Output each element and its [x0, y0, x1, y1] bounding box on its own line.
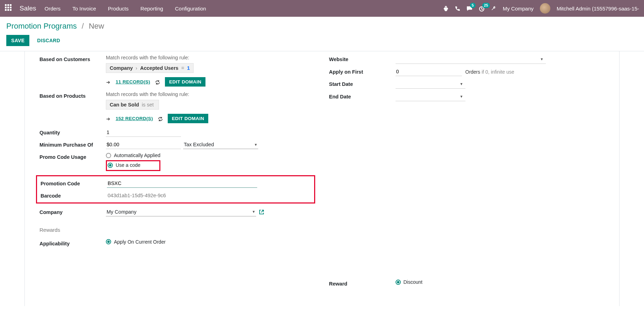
company-selector[interactable]: My Company: [503, 6, 534, 12]
customers-desc: Match records with the following rule:: [106, 55, 315, 60]
label-reward: Reward: [329, 279, 396, 287]
refresh-icon[interactable]: [155, 79, 160, 84]
arrow-right-icon: [106, 116, 111, 121]
chat-badge: 5: [470, 3, 476, 8]
radio-apply-current-order[interactable]: Apply On Current Order: [106, 239, 166, 245]
rewards-title: Rewards: [39, 227, 315, 233]
min-purchase-input[interactable]: [106, 140, 181, 149]
radio-auto-applied[interactable]: Automatically Applied: [106, 153, 160, 158]
label-based-on-customers: Based on Customers: [39, 55, 106, 62]
breadcrumb-parent[interactable]: Promotion Programs: [6, 22, 77, 31]
chevron-down-icon: ▼: [254, 143, 258, 147]
customers-rule-chip: Company › Accepted Users = 1: [106, 63, 194, 73]
nav-configuration[interactable]: Configuration: [175, 6, 206, 12]
wrench-icon[interactable]: [491, 6, 497, 11]
label-barcode: Barcode: [41, 191, 107, 199]
barcode-input[interactable]: [107, 191, 257, 200]
end-date-input[interactable]: ▼: [396, 92, 465, 101]
label-quantity: Quantity: [39, 128, 106, 135]
label-start-date: Start Date: [329, 80, 396, 87]
label-based-on-products: Based on Products: [39, 91, 106, 99]
nav-reporting[interactable]: Reporting: [140, 6, 163, 12]
tax-select[interactable]: Tax Excluded ▼: [183, 140, 258, 149]
phone-icon[interactable]: [455, 6, 460, 11]
label-apply-first: Apply on First: [329, 67, 396, 75]
chevron-down-icon: ▼: [252, 210, 255, 214]
breadcrumb: Promotion Programs / New: [0, 17, 644, 31]
label-website: Website: [329, 55, 396, 62]
customers-records-link[interactable]: 11 RECORD(S): [116, 79, 150, 84]
products-desc: Match records with the following rule:: [106, 91, 315, 97]
timer-icon[interactable]: 25: [479, 6, 485, 12]
timer-badge: 25: [482, 3, 490, 8]
chat-icon[interactable]: 5: [466, 6, 472, 12]
nav-products[interactable]: Products: [108, 6, 129, 12]
products-records-link[interactable]: 152 RECORD(S): [116, 116, 153, 121]
apps-icon[interactable]: [5, 4, 13, 13]
chevron-down-icon: ▼: [460, 95, 463, 98]
action-row: SAVE DISCARD: [0, 31, 644, 51]
refresh-icon[interactable]: [158, 116, 163, 121]
radio-use-code[interactable]: Use a code: [108, 162, 140, 168]
breadcrumb-current: New: [89, 22, 104, 31]
form-sheet: Based on Customers Match records with th…: [24, 51, 620, 306]
apply-first-input[interactable]: [396, 67, 462, 76]
nav-orders[interactable]: Orders: [45, 6, 61, 12]
quantity-input[interactable]: [106, 128, 181, 137]
topbar: Sales Orders To Invoice Products Reporti…: [0, 0, 644, 17]
label-company: Company: [39, 208, 106, 215]
company-select[interactable]: My Company ▼: [106, 208, 256, 216]
products-edit-domain-button[interactable]: EDIT DOMAIN: [168, 114, 209, 123]
chevron-down-icon: ▼: [540, 57, 544, 61]
label-applicability: Applicability: [39, 239, 106, 246]
label-promo-code: Promotion Code: [41, 179, 107, 186]
label-end-date: End Date: [329, 92, 396, 99]
label-min-purchase: Minimum Purchase Of: [39, 140, 106, 148]
arrow-right-icon: [106, 79, 111, 84]
avatar[interactable]: [540, 3, 550, 14]
start-date-input[interactable]: ▼: [396, 80, 465, 89]
bug-icon[interactable]: [443, 6, 449, 11]
main-nav: Orders To Invoice Products Reporting Con…: [45, 6, 217, 12]
website-select[interactable]: ▼: [396, 55, 546, 64]
brand: Sales: [20, 5, 36, 12]
products-rule-chip: Can be Sold is set: [106, 100, 159, 110]
customers-edit-domain-button[interactable]: EDIT DOMAIN: [165, 77, 206, 87]
promo-code-input[interactable]: [107, 179, 257, 188]
save-button[interactable]: SAVE: [6, 35, 29, 46]
external-link-icon[interactable]: [259, 209, 264, 215]
username[interactable]: Mitchell Admin (15557996-saas-15-: [557, 6, 639, 12]
chevron-down-icon: ▼: [460, 82, 463, 86]
nav-to-invoice[interactable]: To Invoice: [72, 6, 96, 12]
radio-reward-discount[interactable]: Discount: [396, 279, 422, 285]
discard-button[interactable]: DISCARD: [37, 38, 60, 43]
label-promo-usage: Promo Code Usage: [39, 153, 106, 160]
